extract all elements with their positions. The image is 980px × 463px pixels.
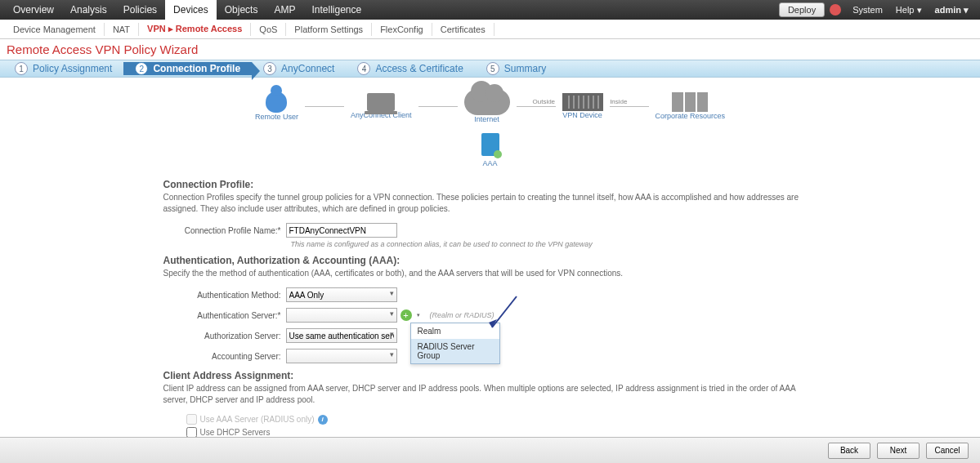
- aaa-icon: [481, 133, 499, 156]
- subnav-device-mgmt[interactable]: Device Management: [5, 23, 105, 36]
- next-button[interactable]: Next: [877, 443, 920, 457]
- wizard-steps: 1Policy Assignment 2Connection Profile 3…: [0, 60, 980, 78]
- alert-icon[interactable]: [830, 4, 841, 16]
- node-internet: Internet: [464, 89, 510, 123]
- acct-server-select[interactable]: [286, 349, 397, 363]
- realm-hint: (Realm or RADIUS): [430, 311, 494, 319]
- nav-analysis[interactable]: Analysis: [62, 0, 115, 20]
- step-2[interactable]: 2Connection Profile: [123, 62, 252, 75]
- auth-method-select[interactable]: [286, 287, 397, 302]
- firewall-icon: [562, 93, 603, 111]
- node-anyconnect: AnyConnect Client: [351, 93, 412, 119]
- top-nav-bar: Overview Analysis Policies Devices Objec…: [0, 0, 980, 20]
- section-aaa-title: Authentication, Authorization & Accounti…: [163, 255, 817, 266]
- subnav-vpn-remote[interactable]: VPN ▸ Remote Access: [139, 23, 251, 36]
- authz-server-select[interactable]: [286, 328, 397, 343]
- section-client-addr-title: Client Address Assignment:: [163, 370, 817, 381]
- node-aaa: AAA: [0, 133, 980, 167]
- section-conn-profile-desc: Connection Profiles specify the tunnel g…: [163, 192, 817, 215]
- step-5[interactable]: 5Summary: [475, 62, 557, 75]
- subnav-platform[interactable]: Platform Settings: [286, 23, 372, 36]
- user-icon: [266, 91, 287, 113]
- step-3[interactable]: 3AnyConnect: [252, 62, 346, 75]
- use-aaa-row: Use AAA Server (RADIUS only) i: [186, 414, 817, 425]
- nav-devices[interactable]: Devices: [165, 0, 217, 20]
- topology-diagram: Remote User AnyConnect Client Internet O…: [0, 78, 980, 128]
- help-menu[interactable]: Help ▾: [889, 5, 929, 16]
- auth-server-dropdown: Realm RADIUS Server Group: [410, 323, 500, 364]
- nav-policies[interactable]: Policies: [115, 0, 165, 20]
- conn-profile-name-label: Connection Profile Name:*: [163, 226, 286, 235]
- laptop-icon: [367, 93, 395, 111]
- dropdown-opt-radius[interactable]: RADIUS Server Group: [411, 339, 499, 363]
- section-aaa-desc: Specify the the method of authentication…: [163, 268, 817, 279]
- wizard-title: Remote Access VPN Policy Wizard: [0, 39, 980, 60]
- nav-overview[interactable]: Overview: [5, 0, 62, 20]
- section-client-addr-desc: Client IP address can be assigned from A…: [163, 383, 817, 406]
- nav-objects[interactable]: Objects: [217, 0, 266, 20]
- conn-profile-name-input[interactable]: [286, 223, 397, 238]
- section-conn-profile-title: Connection Profile:: [163, 179, 817, 190]
- nav-intelligence[interactable]: Intelligence: [303, 0, 369, 20]
- deploy-button[interactable]: Deploy: [779, 2, 825, 17]
- system-link[interactable]: System: [846, 5, 889, 15]
- dropdown-opt-realm[interactable]: Realm: [411, 323, 499, 339]
- servers-icon: [672, 92, 708, 112]
- step-1[interactable]: 1Policy Assignment: [3, 62, 123, 75]
- acct-server-label: Accounting Server:: [163, 352, 286, 361]
- nav-amp[interactable]: AMP: [266, 0, 303, 20]
- sub-nav-bar: Device Management NAT VPN ▸ Remote Acces…: [0, 20, 980, 39]
- step-4[interactable]: 4Access & Certificate: [346, 62, 474, 75]
- back-button[interactable]: Back: [828, 443, 870, 457]
- node-vpn-device: Outside Inside VPN Device: [562, 93, 603, 119]
- authz-server-label: Authorization Server:: [163, 332, 286, 341]
- cloud-icon: [464, 89, 510, 115]
- auth-server-label: Authentication Server:*: [163, 311, 286, 320]
- auth-server-select[interactable]: [286, 308, 397, 323]
- subnav-certificates[interactable]: Certificates: [432, 23, 494, 36]
- cancel-button[interactable]: Cancel: [926, 443, 969, 457]
- node-remote-user: Remote User: [255, 91, 298, 121]
- subnav-nat[interactable]: NAT: [105, 23, 139, 36]
- add-auth-server-icon[interactable]: +: [401, 309, 412, 321]
- wizard-footer: Back Next Cancel: [0, 437, 980, 456]
- auth-method-label: Authentication Method:: [163, 291, 286, 300]
- subnav-flexconfig[interactable]: FlexConfig: [372, 23, 432, 36]
- user-menu[interactable]: admin ▾: [929, 5, 975, 16]
- info-icon[interactable]: i: [318, 415, 328, 425]
- conn-profile-name-hint: This name is configured as a connection …: [291, 240, 817, 248]
- use-aaa-checkbox: [186, 414, 197, 425]
- primary-nav: Overview Analysis Policies Devices Objec…: [5, 0, 369, 20]
- subnav-qos[interactable]: QoS: [251, 23, 286, 36]
- node-corporate: Corporate Resources: [656, 92, 726, 120]
- wizard-content: Connection Profile: Connection Profiles …: [147, 179, 834, 456]
